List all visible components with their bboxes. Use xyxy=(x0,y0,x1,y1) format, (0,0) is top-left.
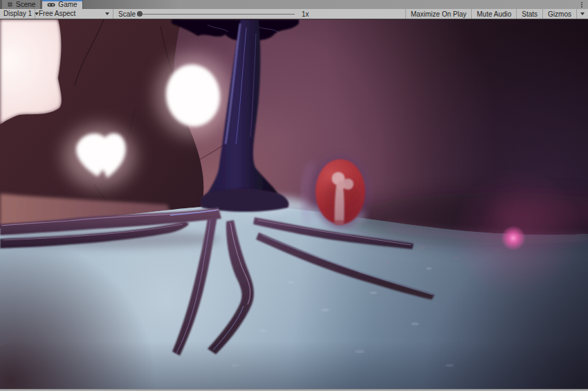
kebab-menu-icon[interactable] xyxy=(578,1,585,9)
unity-editor-window: Scene Game Display 1 Free Aspect Scale 1… xyxy=(0,0,588,391)
tab-label: Game xyxy=(58,1,77,9)
scale-label: Scale xyxy=(113,9,137,19)
gizmos-button[interactable]: Gizmos xyxy=(542,9,576,19)
maximize-on-play-button[interactable]: Maximize On Play xyxy=(405,9,472,19)
scale-slider[interactable] xyxy=(137,9,297,19)
game-viewport[interactable] xyxy=(0,19,588,389)
dock-tab-bar: Scene Game xyxy=(0,0,588,9)
gamepad-icon xyxy=(47,2,55,8)
game-view-toolbar: Display 1 Free Aspect Scale 1x Maximize … xyxy=(0,9,588,19)
chevron-down-icon xyxy=(105,12,109,15)
tab-scene[interactable]: Scene xyxy=(1,0,41,9)
aspect-ratio-dropdown[interactable]: Free Aspect xyxy=(35,9,113,19)
tab-label: Scene xyxy=(16,1,35,9)
stats-button[interactable]: Stats xyxy=(516,9,542,19)
scale-slider-knob[interactable] xyxy=(137,11,143,17)
game-scene xyxy=(0,19,588,389)
bottom-right-shade xyxy=(0,19,588,389)
grid-icon xyxy=(7,1,13,8)
scale-value: 1x xyxy=(297,9,313,19)
scale-slider-track xyxy=(139,14,295,15)
display-dropdown[interactable]: Display 1 xyxy=(0,9,35,19)
gizmos-dropdown-arrow[interactable] xyxy=(576,9,588,19)
tab-game[interactable]: Game xyxy=(42,0,82,9)
toolbar-right-buttons: Maximize On Play Mute Audio Stats Gizmos xyxy=(405,9,588,19)
mute-audio-button[interactable]: Mute Audio xyxy=(471,9,516,19)
chevron-down-icon xyxy=(580,12,585,15)
